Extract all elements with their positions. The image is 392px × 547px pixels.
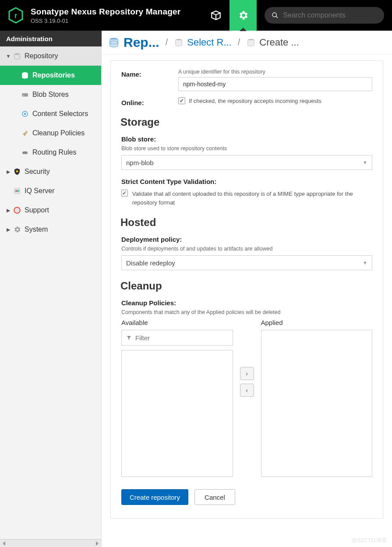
create-repository-form: Name: A unique identifier for this repos… (110, 60, 383, 519)
svg-point-17 (16, 209, 18, 212)
svg-rect-13 (15, 190, 16, 192)
strict-validation-checkbox[interactable] (121, 190, 128, 197)
svg-text:r: r (14, 12, 17, 19)
online-checkbox[interactable] (178, 97, 185, 104)
deployment-policy-value: Disable redeploy (126, 259, 175, 267)
broom-icon (20, 129, 30, 137)
lifebuoy-icon (12, 206, 22, 214)
sidebar-item-label: Cleanup Policies (32, 129, 85, 137)
sidebar-scroll-footer[interactable] (0, 539, 101, 547)
move-right-button[interactable]: › (240, 367, 254, 380)
available-filter[interactable] (121, 330, 233, 346)
drive-icon (20, 91, 30, 99)
filter-icon (126, 335, 132, 341)
sidebar-item-label: Support (25, 206, 49, 214)
target-icon (20, 110, 30, 118)
sidebar-item-routing-rules[interactable]: Routing Rules (0, 143, 101, 162)
chevron-right-icon: ▶ (5, 169, 11, 175)
chevron-down-icon: ▼ (363, 160, 367, 165)
main-content: Rep... / Select R... / Create ... Name: … (102, 31, 392, 547)
storage-heading: Storage (120, 116, 372, 128)
sidebar-item-cleanup-policies[interactable]: Cleanup Policies (0, 124, 101, 143)
deployment-policy-select[interactable]: Disable redeploy ▼ (121, 255, 372, 270)
database-icon (174, 38, 184, 47)
cancel-button[interactable]: Cancel (194, 489, 235, 505)
applied-list[interactable] (261, 330, 373, 477)
breadcrumb-create: Create ... (246, 37, 299, 48)
database-icon (246, 38, 256, 47)
top-header: r Sonatype Nexus Repository Manager OSS … (0, 0, 392, 31)
iq-icon (12, 187, 22, 195)
sidebar-item-blob-stores[interactable]: Blob Stores (0, 85, 101, 104)
sidebar-item-repositories[interactable]: Repositories (0, 66, 101, 85)
breadcrumb-root[interactable]: Rep... (108, 35, 159, 50)
svg-rect-15 (18, 190, 19, 192)
product-logo: r (5, 5, 26, 26)
sidebar: Administration ▼ Repository Repositories… (0, 31, 102, 547)
available-filter-input[interactable] (135, 334, 228, 342)
route-icon (20, 148, 30, 156)
available-column-title: Available (121, 319, 233, 326)
sidebar-item-label: Routing Rules (32, 148, 77, 156)
chevron-right-icon: ▶ (5, 208, 11, 213)
breadcrumb-separator: / (166, 37, 168, 47)
breadcrumb: Rep... / Select R... / Create ... (102, 31, 392, 54)
search-input[interactable] (283, 11, 377, 19)
admin-section-header: Administration (0, 31, 102, 46)
sidebar-item-label: IQ Server (25, 187, 54, 195)
breadcrumb-select-recipe[interactable]: Select R... (174, 37, 231, 48)
svg-rect-7 (23, 95, 24, 96)
breadcrumb-separator: / (238, 37, 240, 47)
sidebar-item-system[interactable]: ▶ System (0, 220, 101, 239)
product-title: Sonatype Nexus Repository Manager (31, 7, 180, 17)
cleanup-policies-hint: Components that match any of the Applied… (121, 309, 372, 315)
svg-rect-6 (22, 93, 28, 97)
name-hint: A unique identifier for this repository (178, 69, 372, 75)
strict-validation-label: Strict Content Type Validation: (121, 178, 372, 185)
applied-column-title: Applied (261, 319, 373, 326)
shield-icon (12, 168, 22, 176)
search-box[interactable] (265, 7, 384, 24)
cleanup-policies-label: Cleanup Policies: (121, 299, 372, 307)
sidebar-item-label: Repository (25, 52, 58, 60)
name-label: Name: (121, 69, 178, 91)
chevron-down-icon: ▼ (363, 260, 367, 265)
admin-mode-button[interactable] (230, 0, 257, 31)
blob-store-select[interactable]: npm-blob ▼ (121, 155, 372, 170)
create-repository-button[interactable]: Create repository (121, 489, 188, 505)
move-left-button[interactable]: ‹ (240, 384, 254, 397)
hosted-heading: Hosted (120, 216, 372, 229)
sidebar-item-support[interactable]: ▶ Support (0, 201, 101, 220)
svg-rect-14 (17, 190, 18, 192)
deployment-policy-hint: Controls if deployments of and updates t… (121, 246, 372, 252)
sidebar-item-iq-server[interactable]: IQ Server (0, 181, 101, 201)
sidebar-item-label: Content Selectors (32, 110, 88, 118)
blob-store-value: npm-blob (126, 159, 154, 166)
sidebar-item-security[interactable]: ▶ Security (0, 162, 101, 181)
available-list[interactable] (121, 350, 233, 477)
database-icon (108, 36, 120, 49)
sidebar-item-content-selectors[interactable]: Content Selectors (0, 104, 101, 124)
sidebar-item-label: Repositories (32, 71, 75, 79)
sidebar-item-label: Security (25, 168, 50, 176)
cleanup-heading: Cleanup (120, 280, 372, 292)
chevron-right-icon: ▶ (5, 227, 11, 233)
blob-store-label: Blob store: (121, 135, 372, 143)
product-subtitle: OSS 3.19.0-01 (31, 18, 180, 24)
sidebar-item-repository[interactable]: ▼ Repository (0, 46, 101, 66)
strict-validation-hint: Validate that all content uploaded to th… (132, 190, 372, 207)
deployment-policy-label: Deployment policy: (121, 236, 372, 243)
search-icon (272, 12, 279, 19)
svg-point-11 (16, 170, 18, 173)
database-icon (20, 71, 30, 79)
browse-mode-button[interactable] (202, 0, 230, 31)
name-input[interactable] (178, 77, 372, 91)
svg-line-3 (276, 16, 278, 18)
chevron-down-icon: ▼ (5, 53, 11, 59)
online-hint: If checked, the repository accepts incom… (189, 98, 321, 104)
online-label: Online: (121, 97, 178, 106)
gear-icon (12, 226, 22, 233)
svg-point-9 (24, 113, 26, 115)
database-icon (12, 52, 22, 60)
blob-store-hint: Blob store used to store repository cont… (121, 145, 372, 152)
